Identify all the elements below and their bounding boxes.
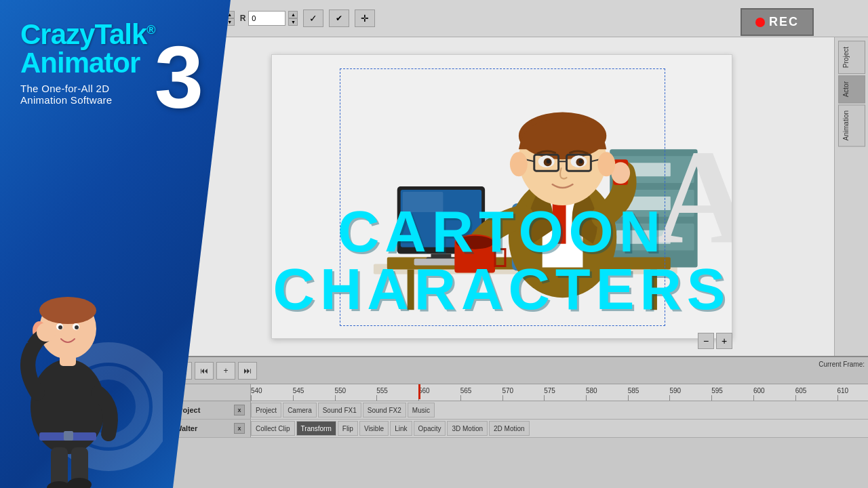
ruler-num-570: 570 xyxy=(502,387,514,394)
brand-subtitle: The One-for-All 2D Animation Software xyxy=(20,83,155,106)
ruler-num-550: 550 xyxy=(335,387,347,394)
add-keyframe-button[interactable]: + xyxy=(216,362,235,380)
canvas-inner: A xyxy=(271,54,732,339)
track-project: Project x Project Camera Sound FX1 Sound… xyxy=(170,401,868,420)
track-project-close[interactable]: x xyxy=(234,405,245,415)
app-toolbar: H 119.6 ▲ ▼ R 0 ▲ ▼ ✓ ✔ ✛ REC xyxy=(170,0,868,37)
r-up[interactable]: ▲ xyxy=(288,11,298,18)
track-cell-link[interactable]: Link xyxy=(390,421,412,436)
track-cell-2dmotion[interactable]: 2D Motion xyxy=(489,421,530,436)
track-project-content: Project Camera Sound FX1 Sound FX2 Music xyxy=(251,401,868,419)
cartoon-line1: CARTOON xyxy=(272,203,732,260)
track-cell-soundfx2[interactable]: Sound FX2 xyxy=(363,403,406,418)
ruler-num-600: 600 xyxy=(753,387,765,394)
track-walter-content: Collect Clip Transform Flip Visible Link… xyxy=(251,420,868,437)
r-down[interactable]: ▼ xyxy=(288,18,298,26)
rec-label: REC xyxy=(769,15,799,29)
track-cell-collect[interactable]: Collect Clip xyxy=(251,421,295,436)
svg-point-9 xyxy=(75,325,79,329)
r-input[interactable]: 0 xyxy=(248,11,285,26)
toolbar-r-group: R 0 ▲ ▼ xyxy=(240,11,298,26)
zoom-controls: − + xyxy=(698,333,732,349)
ruler-num-545: 545 xyxy=(293,387,304,394)
track-cell-3dmotion[interactable]: 3D Motion xyxy=(447,421,488,436)
v-check-button[interactable]: ✔ xyxy=(329,9,349,27)
track-cell-flip[interactable]: Flip xyxy=(338,421,358,436)
svg-point-58 xyxy=(547,159,551,163)
track-cell-camera[interactable]: Camera xyxy=(283,403,317,418)
character-illustration xyxy=(0,203,163,488)
ruler-num-610: 610 xyxy=(837,387,849,394)
brand-number: 3 xyxy=(155,42,203,113)
track-walter: Walter x Collect Clip Transform Flip Vis… xyxy=(170,420,868,438)
timeline-controls: ⬛ ⏮ + ⏭ Current Frame: xyxy=(170,357,868,384)
ruler-num-585: 585 xyxy=(628,387,639,394)
app-panel: H 119.6 ▲ ▼ R 0 ▲ ▼ ✓ ✔ ✛ REC xyxy=(170,0,868,488)
track-cell-transform[interactable]: Transform xyxy=(296,421,336,436)
rec-dot xyxy=(755,18,765,27)
current-frame-label: Current Frame: xyxy=(818,361,865,368)
sidebar-tab-project[interactable]: Project xyxy=(838,41,865,74)
sidebar-tab-actor[interactable]: Actor xyxy=(838,75,865,103)
track-cell-music[interactable]: Music xyxy=(408,403,435,418)
track-cell-soundfx1[interactable]: Sound FX1 xyxy=(318,403,361,418)
track-cell-opacity[interactable]: Opacity xyxy=(414,421,446,436)
rec-button[interactable]: REC xyxy=(741,8,814,36)
svg-point-8 xyxy=(58,325,62,329)
svg-point-59 xyxy=(578,159,583,163)
brand-name-second-line: Animator xyxy=(20,49,155,77)
zoom-in-button[interactable]: + xyxy=(716,333,732,349)
timeline-ruler: 5405455505555605655705755805855905956006… xyxy=(170,384,868,401)
right-sidebar: Project Actor Animation xyxy=(834,37,868,356)
step-fwd-button[interactable]: ⏭ xyxy=(238,362,257,380)
ruler-num-565: 565 xyxy=(460,387,472,394)
ruler-num-590: 590 xyxy=(669,387,681,394)
ruler-num-575: 575 xyxy=(544,387,555,394)
cartoon-line2: CHARACTERS xyxy=(272,260,732,318)
track-walter-label: Walter x xyxy=(170,420,251,437)
svg-point-61 xyxy=(597,152,615,176)
svg-point-5 xyxy=(39,297,96,324)
ruler-num-605: 605 xyxy=(795,387,807,394)
track-cell-visible[interactable]: Visible xyxy=(359,421,389,436)
sidebar-tab-animation[interactable]: Animation xyxy=(838,104,865,146)
ruler-num-580: 580 xyxy=(586,387,597,394)
r-label: R xyxy=(240,14,246,23)
checkmark-button[interactable]: ✓ xyxy=(303,9,323,27)
svg-rect-17 xyxy=(64,431,73,441)
r-spinner[interactable]: ▲ ▼ xyxy=(288,11,298,26)
track-walter-close[interactable]: x xyxy=(234,423,245,434)
track-cell-project[interactable]: Project xyxy=(251,403,281,418)
ruler-num-555: 555 xyxy=(376,387,388,394)
playhead[interactable] xyxy=(418,384,420,399)
move-button[interactable]: ✛ xyxy=(355,9,375,27)
ruler-num-595: 595 xyxy=(711,387,723,394)
canvas-area: A xyxy=(170,37,834,356)
svg-point-11 xyxy=(37,323,56,342)
ruler-num-540: 540 xyxy=(251,387,262,394)
step-back-button[interactable]: ⏮ xyxy=(195,362,214,380)
ruler-numbers: 5405455505555605655705755805855905956006… xyxy=(251,384,868,401)
cartoon-title: CARTOON CHARACTERS xyxy=(272,203,732,318)
zoom-out-button[interactable]: − xyxy=(698,333,714,349)
svg-point-60 xyxy=(510,152,528,176)
timeline-area: ⬛ ⏮ + ⏭ Current Frame: 54054555055556056… xyxy=(170,356,868,488)
